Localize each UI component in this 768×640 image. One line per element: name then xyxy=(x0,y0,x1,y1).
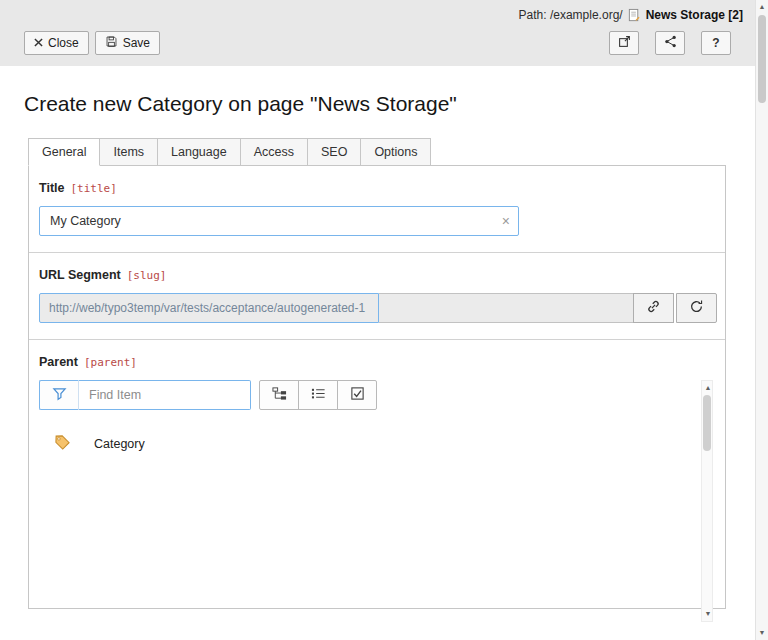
checkbox-icon xyxy=(350,386,365,405)
breadcrumb: Path: /example.org/ News Storage [2] xyxy=(0,0,755,24)
slug-field-section: URL Segment[slug] http://web/typo3temp/v… xyxy=(29,253,725,340)
toggle-selection-button[interactable] xyxy=(337,380,377,410)
regenerate-slug-button[interactable] xyxy=(676,293,717,323)
page-scrollbar[interactable]: ▲ ▼ xyxy=(755,0,768,640)
tag-icon xyxy=(54,434,71,454)
slug-prefix-input[interactable]: http://web/typo3temp/var/tests/acceptanc… xyxy=(39,293,379,323)
save-button-label: Save xyxy=(123,36,150,50)
tree-scroll-down-icon[interactable]: ▼ xyxy=(702,609,714,619)
tree-scroll-up-icon[interactable]: ▲ xyxy=(702,383,714,393)
tab-bar: General Items Language Access SEO Option… xyxy=(28,138,726,166)
tree-view-buttons xyxy=(259,380,377,410)
tree-item-category[interactable]: Category xyxy=(39,434,713,454)
tree-scrollbar-thumb[interactable] xyxy=(703,395,711,451)
slug-label-text: URL Segment xyxy=(39,268,121,282)
parent-tree-widget: Category ▲ ▼ xyxy=(39,380,713,454)
open-new-window-button[interactable] xyxy=(609,31,639,55)
slug-input-group: http://web/typo3temp/var/tests/acceptanc… xyxy=(39,293,717,323)
list-icon xyxy=(311,386,326,405)
content-area: Create new Category on page "News Storag… xyxy=(0,66,755,640)
page-reference: News Storage [2] xyxy=(646,8,743,22)
tree-filter-group xyxy=(39,380,251,410)
tab-items[interactable]: Items xyxy=(99,138,158,166)
tree-icon xyxy=(272,386,287,405)
title-field-label: Title[title] xyxy=(39,181,715,195)
title-input[interactable] xyxy=(39,206,519,236)
tree-item-label: Category xyxy=(94,437,145,451)
share-button[interactable] xyxy=(655,31,685,55)
tab-seo[interactable]: SEO xyxy=(307,138,361,166)
save-icon xyxy=(105,35,118,51)
record-form: General Items Language Access SEO Option… xyxy=(28,138,726,609)
tab-language[interactable]: Language xyxy=(157,138,241,166)
help-button[interactable]: ? xyxy=(701,31,731,55)
title-label-text: Title xyxy=(39,181,64,195)
expand-tree-button[interactable] xyxy=(259,380,299,410)
tab-access[interactable]: Access xyxy=(240,138,308,166)
tab-options[interactable]: Options xyxy=(360,138,431,166)
close-button[interactable]: Close xyxy=(24,31,89,55)
slug-field-code: [slug] xyxy=(127,269,167,282)
scroll-up-arrow-icon[interactable]: ▲ xyxy=(756,2,768,12)
slug-editable-input[interactable] xyxy=(379,293,633,323)
funnel-icon xyxy=(52,386,67,405)
share-icon xyxy=(664,35,677,51)
tree-scrollbar[interactable]: ▲ ▼ xyxy=(701,380,713,622)
page-record-icon xyxy=(627,8,642,23)
header: Path: /example.org/ News Storage [2] Clo… xyxy=(0,0,755,66)
page-path-label: Path: /example.org/ xyxy=(519,8,623,22)
app-window: Path: /example.org/ News Storage [2] Clo… xyxy=(0,0,755,640)
tab-panel-general: Title[title] × URL Segment[slug] http://… xyxy=(28,166,726,609)
list-view-button[interactable] xyxy=(298,380,338,410)
refresh-icon xyxy=(689,299,704,318)
tab-general[interactable]: General xyxy=(28,138,100,166)
clear-title-icon[interactable]: × xyxy=(502,214,510,228)
page-scrollbar-thumb[interactable] xyxy=(758,15,766,103)
filter-button[interactable] xyxy=(39,380,79,410)
close-icon xyxy=(34,36,43,50)
title-field-section: Title[title] × xyxy=(29,166,725,253)
tree-toolbar xyxy=(39,380,713,410)
page-title: Create new Category on page "News Storag… xyxy=(24,92,731,116)
find-item-input[interactable] xyxy=(79,380,251,410)
parent-label-text: Parent xyxy=(39,355,78,369)
scroll-down-arrow-icon[interactable]: ▼ xyxy=(756,628,768,638)
slug-field-label: URL Segment[slug] xyxy=(39,268,715,282)
parent-field-section: Parent[parent] xyxy=(29,340,725,608)
parent-field-label: Parent[parent] xyxy=(39,355,715,369)
help-icon: ? xyxy=(712,36,719,50)
save-button[interactable]: Save xyxy=(95,31,160,55)
toggle-slug-edit-button[interactable] xyxy=(633,293,674,323)
close-button-label: Close xyxy=(48,36,79,50)
doc-toolbar: Close Save xyxy=(0,24,755,55)
parent-field-code: [parent] xyxy=(84,356,137,369)
new-window-icon xyxy=(618,35,631,51)
link-icon xyxy=(646,299,661,318)
title-field-code: [title] xyxy=(70,182,116,195)
